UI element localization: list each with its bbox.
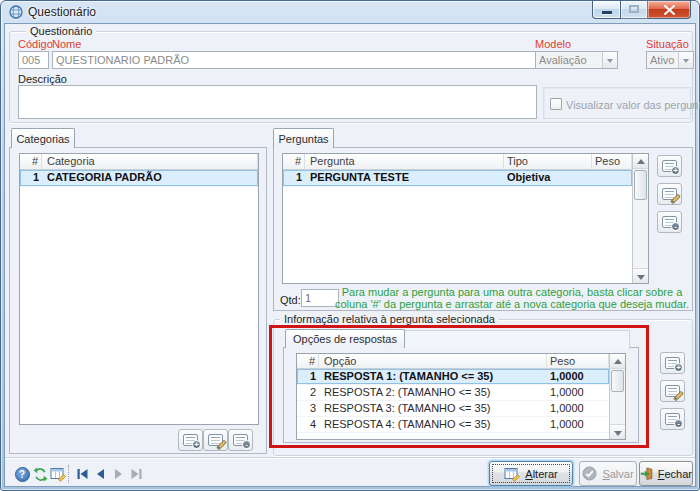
add-option-button[interactable]: + xyxy=(660,352,685,374)
row-pergunta: PERGUNTA TESTE xyxy=(305,170,504,186)
modelo-select[interactable]: Avaliação xyxy=(535,51,618,69)
tab-opcoes-respostas[interactable]: Opções de respostas xyxy=(285,329,405,348)
table-row[interactable]: 4 RESPOSTA 4: (TAMANHO <= 35) 1,0000 xyxy=(297,417,609,433)
exit-door-icon xyxy=(640,466,653,481)
row-num: 2 xyxy=(297,385,319,400)
table-pencil-icon xyxy=(50,466,66,482)
edit-category-button[interactable] xyxy=(203,429,228,451)
row-peso: 1,0000 xyxy=(547,417,609,432)
fechar-button[interactable]: Fechar xyxy=(639,461,693,486)
opcoes-panel: # Opção Peso 1 RESPOSTA 1: (TAMANHO <= 3… xyxy=(283,347,639,443)
situacao-value: Ativo xyxy=(647,52,678,68)
edit-grid-button[interactable] xyxy=(49,465,67,483)
nome-label: Nome xyxy=(52,38,81,50)
app-window: Questionário Questionário Código Nome Mo… xyxy=(0,0,700,491)
nav-first-icon xyxy=(76,468,89,480)
descricao-textarea[interactable] xyxy=(18,85,537,119)
card-delete-icon: - xyxy=(665,413,680,425)
opcoes-scrollbar[interactable] xyxy=(609,354,625,439)
close-button[interactable] xyxy=(648,1,691,19)
codigo-input[interactable] xyxy=(18,51,49,69)
row-categoria: CATEGORIA PADRÃO xyxy=(42,170,258,186)
minimize-button[interactable] xyxy=(592,1,621,19)
nav-next-button xyxy=(109,465,127,483)
row-opcao: RESPOSTA 3: (TAMANHO <= 35) xyxy=(319,401,547,416)
delete-question-button[interactable]: - xyxy=(657,211,682,233)
modelo-value: Avaliação xyxy=(536,52,602,68)
add-question-button[interactable]: + xyxy=(657,155,682,177)
nav-previous-icon xyxy=(94,468,107,480)
scroll-thumb[interactable] xyxy=(611,370,624,392)
row-opcao: RESPOSTA 2: (TAMANHO <= 35) xyxy=(319,385,547,400)
table-row[interactable]: 1 CATEGORIA PADRÃO xyxy=(20,170,258,187)
window-title: Questionário xyxy=(28,5,96,19)
table-row[interactable]: 3 RESPOSTA 3: (TAMANHO <= 35) 1,0000 xyxy=(297,401,609,417)
add-category-button[interactable]: + xyxy=(178,429,203,451)
visualizar-checkbox[interactable] xyxy=(550,98,562,110)
col-header-opcao[interactable]: Opção xyxy=(319,354,547,369)
categorias-header-row: # Categoria xyxy=(20,154,258,170)
tab-categorias[interactable]: Categorias xyxy=(11,128,75,148)
col-header-num[interactable]: # xyxy=(283,154,305,170)
nome-input[interactable] xyxy=(52,51,539,69)
row-peso: 1,0000 xyxy=(547,401,609,416)
scroll-thumb[interactable] xyxy=(634,170,647,200)
situacao-select[interactable]: Ativo xyxy=(646,51,694,69)
col-header-peso[interactable]: Peso xyxy=(547,354,609,369)
scroll-up-icon[interactable] xyxy=(633,154,648,169)
col-header-categoria[interactable]: Categoria xyxy=(42,154,258,170)
help-icon: ? xyxy=(15,467,30,482)
refresh-button[interactable] xyxy=(31,465,49,483)
card-edit-icon xyxy=(208,434,223,446)
help-button[interactable]: ? xyxy=(13,465,31,483)
salvar-button: Salvar xyxy=(579,461,637,486)
row-num: 1 xyxy=(297,369,319,384)
questionario-groupbox: Questionário Código Nome Modelo Avaliaçã… xyxy=(9,31,693,123)
nav-previous-button[interactable] xyxy=(91,465,109,483)
info-group-title: Informação relativa à pergunta seleciona… xyxy=(280,313,499,325)
questionario-group-title: Questionário xyxy=(26,25,96,37)
table-row[interactable]: 2 RESPOSTA 2: (TAMANHO <= 35) 1,0000 xyxy=(297,385,609,401)
scroll-down-icon[interactable] xyxy=(633,268,648,283)
globe-icon xyxy=(9,5,23,19)
edit-question-button[interactable] xyxy=(657,183,682,205)
table-row[interactable]: 1 PERGUNTA TESTE Objetiva xyxy=(283,170,632,187)
row-tipo: Objetiva xyxy=(504,170,592,186)
alterar-button[interactable]: Alterar xyxy=(489,461,573,486)
card-delete-icon: - xyxy=(233,434,248,446)
row-num: 3 xyxy=(297,401,319,416)
info-groupbox: Informação relativa à pergunta seleciona… xyxy=(273,319,693,456)
nav-first-button[interactable] xyxy=(73,465,91,483)
drag-hint-text: Para mudar a pergunta para uma outra cat… xyxy=(334,286,690,310)
row-num: 1 xyxy=(283,170,305,186)
perguntas-scrollbar[interactable] xyxy=(632,154,648,283)
delete-option-button[interactable]: - xyxy=(660,408,685,430)
row-peso: 1,0000 xyxy=(547,369,609,384)
nav-last-icon xyxy=(130,468,143,480)
col-header-num[interactable]: # xyxy=(297,354,319,369)
col-header-peso[interactable]: Peso xyxy=(592,154,632,170)
modelo-label: Modelo xyxy=(535,38,571,50)
edit-option-button[interactable] xyxy=(660,380,685,402)
col-header-num[interactable]: # xyxy=(20,154,42,170)
nav-last-button xyxy=(127,465,145,483)
delete-category-button[interactable]: - xyxy=(228,429,253,451)
card-add-icon: + xyxy=(183,434,198,446)
nav-next-icon xyxy=(112,468,125,480)
fechar-label: Fechar xyxy=(658,468,692,480)
visualizar-label: Visualizar valor das perguntas xyxy=(566,99,700,111)
col-header-pergunta[interactable]: Pergunta xyxy=(305,154,504,170)
tab-perguntas[interactable]: Perguntas xyxy=(273,128,334,148)
table-row[interactable]: 1 RESPOSTA 1: (TAMANHO <= 35) 1,0000 xyxy=(297,369,609,385)
scroll-up-icon[interactable] xyxy=(610,354,625,369)
qtd-label: Qtd: xyxy=(280,294,301,306)
minimize-icon xyxy=(602,11,612,14)
title-bar[interactable]: Questionário xyxy=(1,1,699,23)
categorias-grid: # Categoria 1 CATEGORIA PADRÃO xyxy=(19,153,259,425)
row-opcao: RESPOSTA 1: (TAMANHO <= 35) xyxy=(319,369,547,384)
perguntas-panel: # Pergunta Tipo Peso 1 PERGUNTA TESTE Ob… xyxy=(273,147,693,311)
maximize-button xyxy=(621,1,648,19)
card-edit-icon xyxy=(665,385,680,397)
scroll-down-icon[interactable] xyxy=(610,424,625,439)
col-header-tipo[interactable]: Tipo xyxy=(504,154,592,170)
